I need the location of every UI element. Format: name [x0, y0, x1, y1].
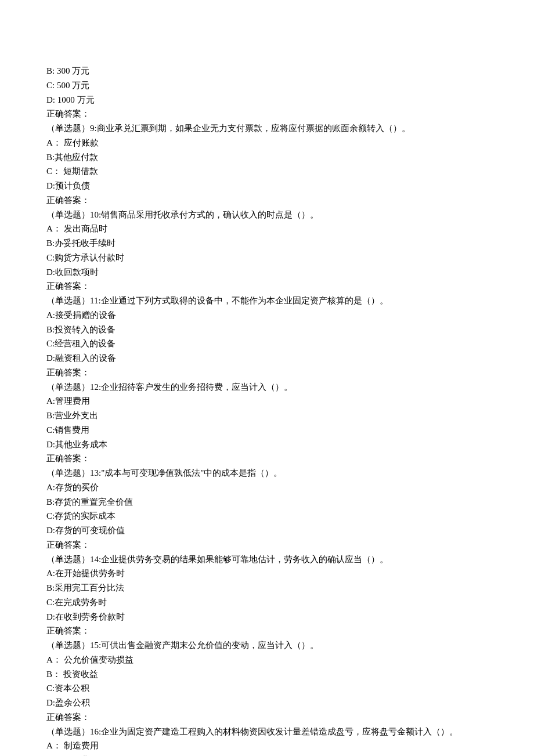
document-content: B: 300 万元C: 500 万元D: 1000 万元正确答案：（单选题）9:… — [46, 64, 488, 756]
text-line: B:投资转入的设备 — [46, 323, 488, 337]
text-line: C:存货的实际成本 — [46, 509, 488, 523]
text-line: B： 管理费用 — [46, 753, 488, 756]
text-line: 正确答案： — [46, 538, 488, 552]
text-line: 正确答案： — [46, 107, 488, 121]
text-line: D:收回款项时 — [46, 265, 488, 280]
text-line: A:管理费用 — [46, 394, 488, 408]
text-line: 正确答案： — [46, 279, 488, 294]
text-line: 正确答案： — [46, 710, 488, 725]
text-line: C: 500 万元 — [46, 78, 488, 93]
text-line: A:存货的买价 — [46, 480, 488, 495]
text-line: B： 投资收益 — [46, 667, 488, 682]
text-line: 正确答案： — [46, 366, 488, 380]
text-line: （单选题）11:企业通过下列方式取得的设备中，不能作为本企业固定资产核算的是（）… — [46, 294, 488, 308]
text-line: A： 制造费用 — [46, 739, 488, 753]
text-line: B:营业外支出 — [46, 408, 488, 423]
text-line: C:在完成劳务时 — [46, 595, 488, 610]
text-line: （单选题）13:"成本与可变现净值孰低法"中的成本是指（）。 — [46, 466, 488, 480]
text-line: B:其他应付款 — [46, 150, 488, 165]
text-line: D:融资租入的设备 — [46, 351, 488, 366]
text-line: D:盈余公积 — [46, 696, 488, 710]
text-line: D:存货的可变现价值 — [46, 523, 488, 538]
text-line: A:在开始提供劳务时 — [46, 566, 488, 581]
text-line: （单选题）14:企业提供劳务交易的结果如果能够可靠地估计，劳务收入的确认应当（）… — [46, 552, 488, 567]
text-line: D:预计负债 — [46, 179, 488, 193]
text-line: C:资本公积 — [46, 681, 488, 696]
text-line: （单选题）12:企业招待客户发生的业务招待费，应当计入（）。 — [46, 380, 488, 395]
text-line: B:采用完工百分比法 — [46, 581, 488, 595]
text-line: （单选题）15:可供出售金融资产期末公允价值的变动，应当计入（）。 — [46, 638, 488, 653]
text-line: D:在收到劳务价款时 — [46, 610, 488, 624]
text-line: （单选题）10:销售商品采用托收承付方式的，确认收入的时点是（）。 — [46, 208, 488, 222]
text-line: A： 发出商品时 — [46, 222, 488, 236]
text-line: B:存货的重置完全价值 — [46, 495, 488, 509]
text-line: 正确答案： — [46, 451, 488, 466]
text-line: C:购货方承认付款时 — [46, 251, 488, 265]
text-line: D: 1000 万元 — [46, 93, 488, 107]
text-line: （单选题）16:企业为固定资产建造工程购入的材料物资因收发计量差错造成盘亏，应将… — [46, 725, 488, 739]
text-line: 正确答案： — [46, 193, 488, 208]
text-line: C： 短期借款 — [46, 164, 488, 179]
text-line: B:办妥托收手续时 — [46, 236, 488, 251]
text-line: C:销售费用 — [46, 423, 488, 437]
text-line: B: 300 万元 — [46, 64, 488, 78]
text-line: D:其他业务成本 — [46, 437, 488, 452]
text-line: A:接受捐赠的设备 — [46, 308, 488, 323]
text-line: 正确答案： — [46, 624, 488, 638]
text-line: A： 公允价值变动损益 — [46, 653, 488, 667]
text-line: （单选题）9:商业承兑汇票到期，如果企业无力支付票款，应将应付票据的账面余额转入… — [46, 121, 488, 136]
text-line: A： 应付账款 — [46, 136, 488, 150]
text-line: C:经营租入的设备 — [46, 337, 488, 351]
